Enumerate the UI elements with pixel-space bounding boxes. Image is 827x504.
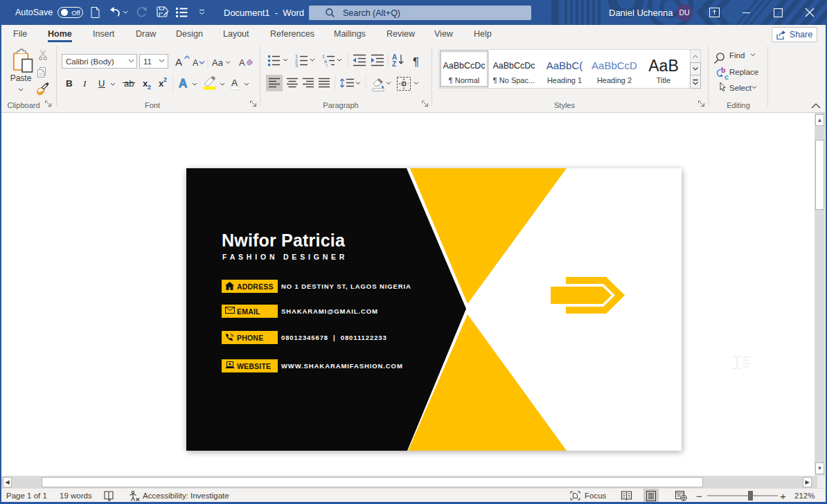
svg-text:¶ Normal: ¶ Normal [449,76,479,84]
svg-text:Aa: Aa [212,57,224,68]
svg-text:Select: Select [729,84,752,92]
svg-text:U: U [98,78,105,89]
svg-text:Replace: Replace [729,68,758,76]
svg-text:A: A [239,57,245,68]
svg-text:Find: Find [729,51,745,60]
svg-text:AaBbCcD: AaBbCcD [592,60,637,71]
svg-text:11: 11 [143,57,152,66]
svg-text:I: I [82,78,87,89]
svg-text:2: 2 [148,84,151,91]
svg-text:AaBbC(: AaBbC( [546,60,583,71]
svg-text:3: 3 [295,63,298,68]
svg-text:Title: Title [657,76,670,84]
svg-text:¶: ¶ [413,55,419,69]
svg-text:A: A [179,77,187,90]
svg-text:i: i [326,63,328,68]
svg-text:A: A [175,56,182,68]
svg-text:B: B [66,78,73,89]
svg-text:Heading 1: Heading 1 [547,76,582,84]
svg-text:AaBbCcDc: AaBbCcDc [443,61,485,71]
svg-text:¶ No Spac...: ¶ No Spac... [493,76,535,84]
svg-text:A: A [193,58,199,68]
svg-text:AaB: AaB [648,57,678,75]
svg-text:c: c [724,73,729,81]
svg-text:Z: Z [392,60,396,68]
svg-text:AaBbCcDc: AaBbCcDc [492,61,535,71]
svg-text:Paste: Paste [10,73,32,83]
svg-text:Calibri (Body): Calibri (Body) [66,57,114,66]
svg-text:2: 2 [163,76,167,83]
svg-text:A: A [231,78,238,88]
svg-text:Heading 2: Heading 2 [597,76,632,84]
